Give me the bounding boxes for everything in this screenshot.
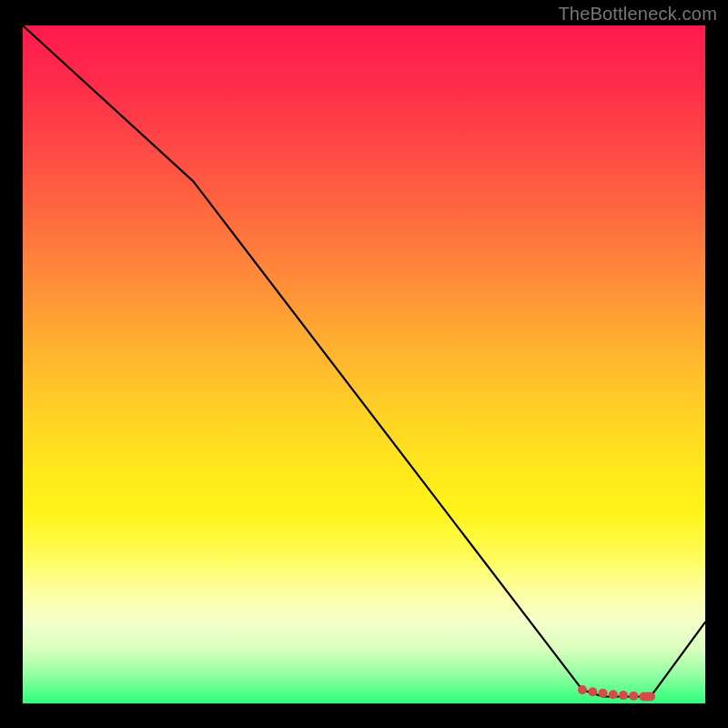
- data-marker: [619, 691, 628, 700]
- data-marker: [629, 692, 638, 701]
- data-marker: [646, 693, 655, 702]
- chart-overlay: [23, 25, 705, 703]
- data-marker: [609, 690, 618, 699]
- data-marker: [588, 687, 597, 696]
- data-marker: [599, 689, 608, 698]
- chart-frame: TheBottleneck.com: [0, 0, 728, 728]
- marker-group: [578, 685, 655, 701]
- data-marker: [578, 685, 587, 694]
- data-curve: [23, 25, 705, 697]
- watermark-text: TheBottleneck.com: [558, 4, 717, 25]
